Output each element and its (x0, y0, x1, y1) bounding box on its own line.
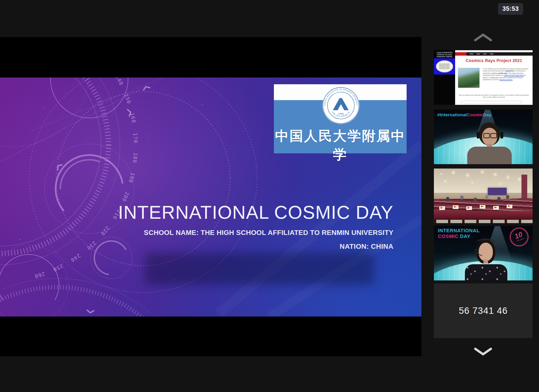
svg-text:190: 190 (127, 172, 136, 184)
desk-sign (439, 206, 445, 210)
phone-number: 56 7341 46 (459, 306, 508, 316)
webpage-footer-text: After we gathered the data (as described… (458, 94, 529, 98)
school-chinese-name: 中国人民大学附属中学 (274, 127, 407, 164)
webpage-school-logo (434, 58, 455, 74)
slide-shadow-band (145, 253, 374, 285)
scroll-up-icon[interactable] (474, 33, 493, 42)
desk-sign (493, 206, 499, 210)
audience-member (446, 197, 449, 201)
webpage-nav-item (476, 54, 480, 55)
school-link: Galileo Ferraris High School (504, 74, 524, 76)
svg-text:250: 250 (52, 263, 64, 273)
video-thumbnail-webpage[interactable]: LICEO SCIENTIFICO STATALE GALILEO FERRAR… (434, 50, 533, 105)
webpage-nav-item (490, 54, 494, 55)
svg-text:260: 260 (34, 271, 45, 279)
audience-member (485, 195, 488, 199)
svg-text:180: 180 (132, 152, 139, 163)
headphone-icon (500, 132, 503, 139)
ceiling-lights (441, 173, 442, 175)
slide-school-line: SCHOOL NAME: THE HIGH SCHOOL AFFILIATED … (144, 229, 393, 237)
headset-icon (476, 239, 496, 247)
body-bold: cosmic rays (498, 72, 508, 74)
headphone-icon (477, 132, 480, 139)
landscape-photo (458, 68, 480, 88)
svg-text:170: 170 (132, 132, 139, 143)
scroll-down-icon[interactable] (474, 347, 493, 356)
hashtag-caption: #InternationalCosmicDay (437, 112, 492, 117)
video-thumbnail-phone-participant[interactable]: 56 7341 46 (434, 283, 533, 338)
webpage-content: Cosmics Rays Project 2021 In this websit… (455, 50, 533, 105)
svg-text:1950: 1950 (338, 112, 344, 115)
webpage-navbar (455, 52, 533, 56)
presentation-slide: 140 150 160 170 180 190 200 210 220 230 … (0, 78, 421, 316)
svg-text:220: 220 (99, 225, 111, 237)
webpage-school-name: LICEO SCIENTIFICO STATALE GALILEO FERRAR… (434, 52, 455, 58)
person-neck (483, 260, 488, 264)
webpage-nav-item (470, 54, 473, 55)
hashtag-part: Day (483, 112, 491, 117)
webpage-nav-item (483, 54, 487, 55)
svg-text:140: 140 (114, 78, 125, 87)
audience-member (497, 197, 501, 201)
webpage-heading: Cosmics Rays Project 2021 (455, 58, 533, 63)
icd-caption-cosmic: COSMIC (438, 234, 458, 239)
meeting-window: 35:53 (0, 0, 539, 392)
dial-numbers: 140 150 160 170 180 190 200 210 220 230 … (34, 78, 139, 279)
person-body (467, 147, 512, 164)
icd-caption-day: DAY (458, 234, 470, 239)
webpage-body-text: In this website you will read about the … (483, 68, 531, 81)
university-link: Insubria University (499, 79, 512, 81)
body-bold: experience (505, 70, 514, 72)
desk-sign (466, 206, 472, 210)
school-logo-card: THE HIGH SCHOOL AFFILIATED TO RENMIN UNI… (274, 84, 407, 153)
icd-caption-line1: INTERNATIONAL (438, 228, 480, 233)
video-thumbnail-auditorium[interactable] (434, 169, 533, 223)
webpage-search-bar (461, 101, 522, 104)
audience-member (460, 195, 464, 200)
webpage-sidebar: LICEO SCIENTIFICO STATALE GALILEO FERRAR… (434, 50, 455, 105)
auditorium-room (434, 169, 533, 223)
desk-sign (507, 205, 512, 209)
svg-text:240: 240 (69, 252, 82, 264)
glasses-icon (483, 133, 490, 138)
svg-text:150: 150 (123, 93, 132, 105)
svg-text:200: 200 (121, 191, 130, 203)
webpage-nav-active-item (455, 52, 467, 56)
video-thumbnail-speaker-2[interactable]: INTERNATIONAL COSMIC DAY 10 YEARS (434, 226, 533, 280)
svg-text:160: 160 (129, 112, 137, 124)
video-thumbnail-speaker-1[interactable]: #InternationalCosmicDay (434, 110, 533, 164)
icd-caption: INTERNATIONAL COSMIC DAY (438, 228, 480, 239)
desk-sign (480, 205, 486, 209)
meeting-timer: 35:53 (498, 3, 523, 15)
school-emblem-icon (436, 60, 453, 72)
front-desk (434, 211, 533, 220)
school-seal-icon: THE HIGH SCHOOL AFFILIATED TO RENMIN UNI… (322, 86, 360, 125)
audience-member (474, 198, 477, 202)
desk-sign (453, 205, 458, 209)
glasses-icon (490, 133, 497, 138)
hashtag-part: #International (437, 112, 467, 117)
screen-share-area: 140 150 160 170 180 190 200 210 220 230 … (0, 37, 421, 356)
slide-nation-line: NATION: CHINA (340, 242, 393, 250)
audience-member (506, 195, 509, 199)
projection-screen (488, 188, 507, 195)
floor (434, 220, 533, 223)
hashtag-part: Cosmic (467, 112, 483, 117)
person-body (465, 264, 507, 280)
body-text: . (512, 79, 513, 81)
svg-text:230: 230 (86, 240, 97, 251)
slide-title: INTERNATIONAL COSMIC DAY (118, 202, 394, 223)
